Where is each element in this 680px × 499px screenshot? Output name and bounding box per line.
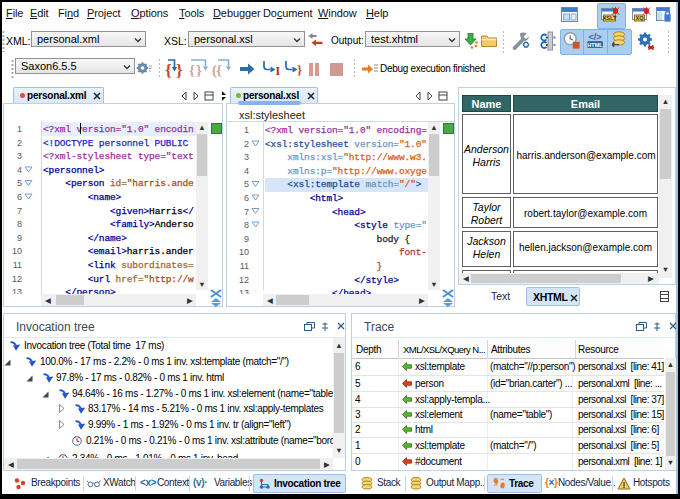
- svg-text:{: {: [165, 61, 172, 79]
- svg-text:XQ: XQ: [636, 15, 645, 21]
- svg-text:!: !: [623, 480, 626, 490]
- svg-text:}: }: [297, 62, 302, 77]
- svg-text:</>: </>: [588, 32, 601, 42]
- svg-text:I: I: [276, 64, 281, 78]
- svg-text:{: {: [189, 62, 195, 78]
- svg-text:XSLT: XSLT: [603, 15, 617, 21]
- svg-text:HTML: HTML: [587, 42, 603, 48]
- svg-text:{: {: [216, 62, 222, 78]
- svg-text:}: }: [176, 61, 183, 79]
- svg-text:}: }: [196, 62, 202, 78]
